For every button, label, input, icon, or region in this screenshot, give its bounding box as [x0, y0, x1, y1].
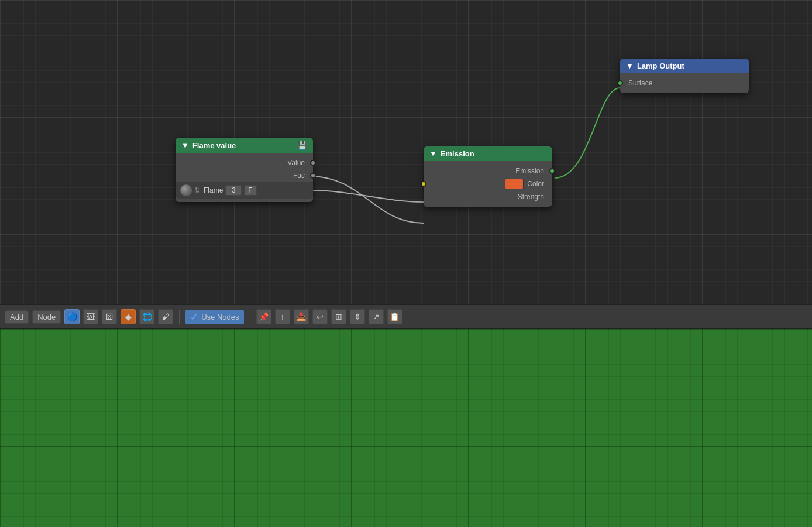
flame-fac-row: Fac: [176, 169, 313, 182]
node-editor-bottom: ▼ Group Input ▼ Attribute Color Vector F…: [0, 329, 812, 527]
flame-value-row: Value: [176, 156, 313, 169]
emission-output-socket: [549, 168, 555, 174]
connections-bottom: [0, 329, 812, 527]
node-lamp-output-body: Surface: [620, 73, 749, 93]
node-editor-top: ▼ Lamp Output Surface ▼ Flame value 💾 Va…: [0, 0, 812, 304]
node-button[interactable]: Node: [32, 310, 61, 324]
lamp-surface-socket: [617, 80, 623, 86]
grid-icon[interactable]: ⊞: [331, 309, 346, 324]
texture-icon[interactable]: 🖼: [83, 309, 98, 324]
toolbar: Add Node 🔵 🖼 ⚄ ◆ 🌐 🖌 ✓ Use Nodes 📌 ↑ 📥 ↩…: [0, 304, 812, 329]
lamp-surface-label: Surface: [628, 79, 652, 87]
emission-strength-label: Strength: [518, 193, 544, 201]
use-nodes-check-icon: ✓: [190, 312, 198, 323]
world-icon[interactable]: 🌐: [139, 309, 154, 324]
object-icon[interactable]: ◆: [121, 309, 136, 324]
separator1: [179, 310, 180, 324]
loop-icon[interactable]: ↩: [312, 309, 328, 324]
emission-strength-row: Strength: [424, 190, 552, 203]
arrows-icon[interactable]: ⇕: [350, 309, 365, 324]
flame-num-input[interactable]: [225, 185, 242, 196]
use-nodes-container[interactable]: ✓ Use Nodes: [185, 310, 243, 324]
pin-icon[interactable]: 📌: [256, 309, 271, 324]
node-flame-value-title: Flame value: [192, 141, 236, 150]
lamp-surface-row: Surface: [620, 77, 749, 90]
node-lamp-output[interactable]: ▼ Lamp Output Surface: [620, 59, 749, 93]
node-lamp-output-title: Lamp Output: [637, 61, 684, 70]
node-emission-title: Emission: [441, 149, 474, 158]
node-emission-body: Emission Color Strength: [424, 161, 552, 207]
emission-color-socket-left: [421, 181, 426, 187]
emission-color-swatch[interactable]: [505, 179, 524, 189]
emission-triangle-icon: ▼: [429, 149, 437, 158]
node-flame-value[interactable]: ▼ Flame value 💾 Value Fac ⇅ Flame F: [176, 138, 313, 202]
flame-arrows: ⇅: [194, 186, 200, 194]
node-lamp-output-header: ▼ Lamp Output: [620, 59, 749, 73]
node-emission[interactable]: ▼ Emission Emission Color Strength: [424, 146, 552, 207]
node-emission-header: ▼ Emission: [424, 146, 552, 161]
flame-fac-label: Fac: [293, 172, 305, 180]
emission-emission-row: Emission: [424, 165, 552, 177]
node-flame-value-body: Value Fac ⇅ Flame F: [176, 153, 313, 202]
emission-emission-label: Emission: [515, 167, 544, 175]
up-arrow-icon[interactable]: ↑: [275, 309, 290, 324]
flame-value-label: Value: [287, 159, 305, 167]
flame-label: Flame: [204, 186, 223, 194]
flame-bottom-row: ⇅ Flame F: [176, 182, 313, 199]
separator2: [250, 310, 250, 324]
brush-icon[interactable]: 🖌: [158, 309, 173, 324]
material-icon[interactable]: 🔵: [64, 309, 80, 324]
compositing-icon[interactable]: ⚄: [102, 309, 117, 324]
emission-color-row: Color: [424, 177, 552, 190]
node-flame-value-header: ▼ Flame value 💾: [176, 138, 313, 153]
header-triangle-icon: ▼: [626, 61, 634, 70]
inbox-icon[interactable]: 📥: [294, 309, 309, 324]
connections-top: [0, 0, 812, 304]
emission-color-label: Color: [527, 180, 544, 188]
flame-sphere-icon: [180, 184, 192, 196]
flame-fac-socket: [310, 173, 316, 179]
copy-icon[interactable]: 📋: [387, 309, 402, 324]
flame-save-icon: 💾: [297, 141, 307, 150]
add-button[interactable]: Add: [5, 310, 29, 324]
export-icon[interactable]: ↗: [369, 309, 384, 324]
flame-value-socket: [310, 160, 316, 166]
flame-header-triangle-icon: ▼: [181, 141, 189, 150]
flame-f-button[interactable]: F: [244, 185, 256, 196]
use-nodes-label: Use Nodes: [201, 313, 239, 321]
